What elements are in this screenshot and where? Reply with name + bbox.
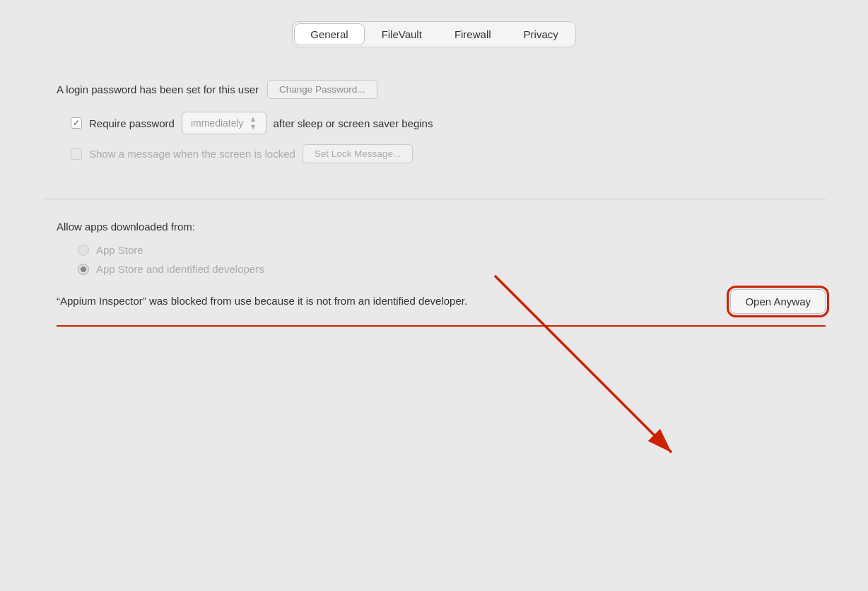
- allow-apps-label: Allow apps downloaded from:: [57, 221, 826, 233]
- section-bottom: Allow apps downloaded from: App Store Ap…: [42, 221, 826, 327]
- tab-bar: General FileVault Firewall Privacy: [42, 21, 826, 47]
- radio-app-store[interactable]: [78, 245, 89, 256]
- dropdown-arrows-icon: ▲ ▼: [250, 115, 257, 131]
- require-password-row: ✓ Require password immediately ▲ ▼ after…: [71, 112, 826, 134]
- password-set-label: A login password has been set for this u…: [57, 83, 259, 95]
- blocked-message-text: “Appium Inspector” was blocked from use …: [57, 293, 716, 310]
- open-anyway-button[interactable]: Open Anyway: [730, 289, 826, 314]
- security-preferences-panel: General FileVault Firewall Privacy A log…: [0, 0, 868, 591]
- radio-app-store-row[interactable]: App Store: [78, 244, 826, 256]
- radio-app-store-identified-label: App Store and identified developers: [96, 263, 264, 275]
- tab-privacy[interactable]: Privacy: [508, 23, 574, 45]
- show-message-row: Show a message when the screen is locked…: [71, 144, 826, 163]
- change-password-button[interactable]: Change Password...: [267, 80, 377, 99]
- tab-group: General FileVault Firewall Privacy: [292, 21, 576, 47]
- immediately-value: immediately: [191, 117, 244, 129]
- radio-app-store-identified-row[interactable]: App Store and identified developers: [78, 263, 826, 275]
- blocked-message-row: “Appium Inspector” was blocked from use …: [57, 289, 826, 327]
- password-set-row: A login password has been set for this u…: [57, 80, 826, 99]
- tab-general[interactable]: General: [294, 23, 364, 45]
- require-password-label: Require password: [89, 117, 175, 129]
- show-message-checkbox[interactable]: [71, 148, 82, 160]
- show-message-label: Show a message when the screen is locked: [89, 148, 295, 160]
- set-lock-message-button[interactable]: Set Lock Message...: [303, 144, 413, 163]
- section-divider: [42, 199, 826, 199]
- radio-app-store-identified[interactable]: [78, 264, 89, 275]
- tab-firewall[interactable]: Firewall: [439, 23, 507, 45]
- after-sleep-label: after sleep or screen saver begins: [274, 117, 433, 129]
- require-password-checkbox[interactable]: ✓: [71, 117, 82, 129]
- tab-filevault[interactable]: FileVault: [366, 23, 438, 45]
- immediately-dropdown[interactable]: immediately ▲ ▼: [182, 112, 266, 134]
- radio-app-store-label: App Store: [96, 244, 143, 256]
- section-top: A login password has been set for this u…: [42, 73, 826, 177]
